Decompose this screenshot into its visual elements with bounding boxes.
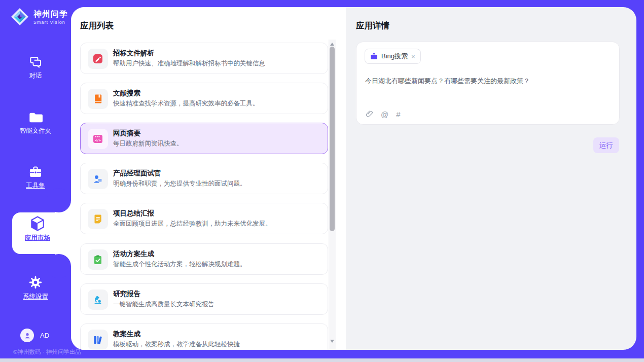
app-card-name: 文献搜索	[113, 89, 140, 98]
app-card-desc: 明确身份和职责，为您提供专业性的面试问题。	[113, 179, 246, 188]
app-card-name: 研究报告	[113, 289, 140, 299]
sidebar-item-toolbox[interactable]: 工具集	[0, 165, 71, 190]
interviewer-icon	[88, 169, 108, 189]
sidebar-item-label: 对话	[0, 71, 71, 80]
main-content: 应用列表 招标文件解析 帮助用户快速、准确地理解和解析招标书中的关键信息 文献搜…	[71, 7, 636, 350]
brand-tagline: Smart Vision	[33, 20, 68, 25]
attachment-icon[interactable]	[366, 110, 373, 119]
app-card-name: 活动方案生成	[113, 249, 154, 259]
app-card-desc: 每日政府新闻资讯快查。	[113, 139, 183, 148]
app-card-research-report[interactable]: 研究报告 一键智能生成高质量长文本研究报告	[80, 283, 328, 315]
browser-code-icon: </>	[88, 129, 108, 149]
sidebar-item-label: 应用市场	[12, 234, 63, 242]
brand-diamond-icon	[10, 7, 29, 26]
app-card-desc: 帮助用户快速、准确地理解和解析招标书中的关键信息	[113, 59, 265, 68]
active-tab-curve-bottom	[47, 254, 71, 278]
app-card-name: 网页摘要	[113, 129, 140, 138]
sidebar-item-settings[interactable]: 系统设置	[0, 275, 71, 301]
document-pen-icon	[88, 49, 108, 69]
app-card-desc: 一键智能生成高质量长文本研究报告	[113, 300, 214, 309]
cube-icon	[30, 215, 45, 232]
svg-text:</>: </>	[95, 138, 101, 142]
app-card-project-summary[interactable]: 项目总结汇报 全面回顾项目进展，总结经验教训，助力未来优化发展。	[80, 203, 328, 234]
app-card-pm-interviewer[interactable]: 产品经理面试官 明确身份和职责，为您提供专业性的面试问题。	[80, 163, 328, 194]
memo-icon	[88, 209, 108, 229]
user-initials: AD	[40, 332, 49, 339]
tool-chip-bing-search[interactable]: Bing搜索 ×	[365, 49, 421, 64]
person-icon	[23, 332, 31, 340]
tool-chip-label: Bing搜索	[381, 52, 408, 61]
app-card-bid-analysis[interactable]: 招标文件解析 帮助用户快速、准确地理解和解析招标书中的关键信息	[80, 43, 328, 74]
app-card-literature-search[interactable]: 文献搜索 快速精准查找学术资源，提高研究效率的必备工具。	[80, 83, 328, 114]
app-card-name: 招标文件解析	[113, 49, 154, 58]
app-card-lesson-plan[interactable]: 教案生成 模板驱动，教案秒成，教学准备从此轻松快捷	[80, 323, 328, 350]
books-icon	[88, 330, 108, 350]
sidebar-item-label: 系统设置	[0, 293, 71, 301]
app-card-desc: 快速精准查找学术资源，提高研究效率的必备工具。	[113, 99, 259, 108]
prompt-input[interactable]: 今日湖北有哪些新闻要点？有哪些需要关注的最新政策？	[365, 77, 609, 86]
folder-icon	[28, 112, 43, 124]
copyright-footer: ©神州数码 · 神州问学出品	[13, 348, 81, 356]
window-bottom-strip	[0, 358, 644, 362]
app-card-desc: 智能生成个性化活动方案，轻松解决规划难题。	[113, 260, 246, 269]
input-toolbar: @ #	[366, 110, 401, 119]
microscope-icon	[88, 289, 108, 310]
topic-icon[interactable]: #	[396, 110, 400, 119]
gear-icon	[28, 275, 43, 289]
app-card-desc: 全面回顾项目进展，总结经验教训，助力未来优化发展。	[113, 220, 272, 228]
sidebar-item-chat[interactable]: 对话	[0, 55, 71, 80]
toolbox-icon	[28, 165, 43, 178]
briefcase-icon	[370, 53, 378, 60]
chat-icon	[29, 55, 43, 68]
run-button[interactable]: 运行	[593, 137, 619, 153]
app-detail-title: 应用详情	[356, 20, 389, 31]
sidebar-item-smart-folder[interactable]: 智能文件夹	[0, 112, 71, 135]
user-profile[interactable]: AD	[20, 329, 49, 342]
avatar	[20, 329, 34, 342]
active-tab-curve-top	[47, 188, 71, 212]
app-list-title: 应用列表	[80, 20, 114, 31]
brand-name: 神州问学	[33, 9, 68, 20]
scrollbar-up-arrow[interactable]	[330, 43, 334, 46]
app-card-event-plan[interactable]: 活动方案生成 智能生成个性化活动方案，轻松解决规划难题。	[80, 243, 328, 275]
chip-close-icon[interactable]: ×	[411, 53, 415, 60]
app-card-name: 教案生成	[113, 330, 140, 339]
app-list-panel: 应用列表 招标文件解析 帮助用户快速、准确地理解和解析招标书中的关键信息 文献搜…	[71, 7, 346, 350]
app-card-name: 产品经理面试官	[113, 169, 161, 178]
sidebar-item-label: 智能文件夹	[0, 127, 71, 135]
sidebar-item-app-market[interactable]: 应用市场	[12, 215, 63, 242]
prompt-card: Bing搜索 × 今日湖北有哪些新闻要点？有哪些需要关注的最新政策？ @ #	[356, 42, 620, 125]
scrollbar-down-arrow[interactable]	[330, 340, 334, 343]
app-card-name: 项目总结汇报	[113, 209, 154, 218]
scrollbar-thumb[interactable]	[330, 47, 335, 231]
app-card-web-summary[interactable]: </> 网页摘要 每日政府新闻资讯快查。	[80, 123, 328, 154]
clipboard-check-icon	[88, 249, 108, 270]
mention-icon[interactable]: @	[381, 110, 388, 119]
brand-logo: 神州问学 Smart Vision	[10, 7, 68, 26]
book-icon	[88, 89, 108, 109]
app-card-desc: 模板驱动，教案秒成，教学准备从此轻松快捷	[113, 340, 240, 349]
